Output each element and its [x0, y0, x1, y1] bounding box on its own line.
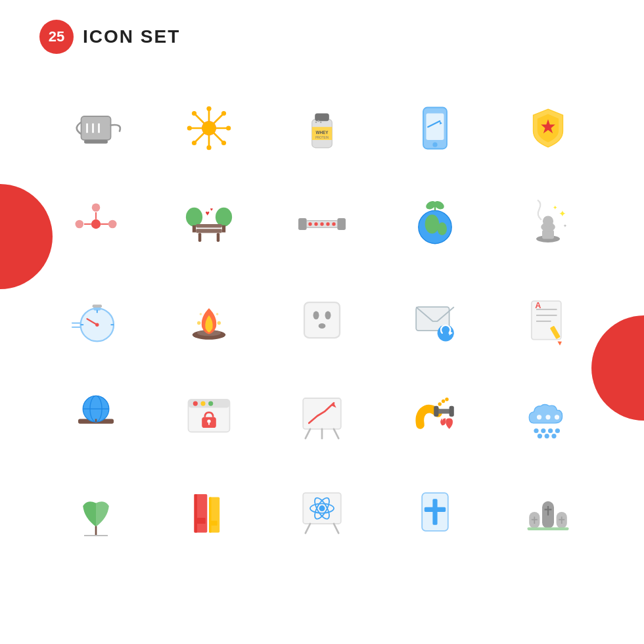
svg-point-130	[545, 415, 550, 419]
svg-rect-47	[222, 225, 225, 233]
svg-point-129	[537, 415, 541, 419]
svg-point-58	[314, 222, 317, 225]
svg-text:♥: ♥	[206, 209, 210, 217]
icons-grid: WHEY PROTEIN	[0, 74, 644, 566]
svg-point-90	[216, 313, 219, 315]
svg-point-61	[332, 222, 335, 225]
svg-point-18	[221, 111, 226, 116]
svg-point-112	[193, 402, 198, 406]
svg-point-12	[187, 126, 192, 130]
svg-rect-4	[84, 140, 108, 143]
svg-point-33	[432, 143, 437, 147]
growth-chart-icon	[265, 368, 379, 464]
svg-rect-45	[193, 225, 196, 233]
svg-text:✦: ✦	[563, 223, 567, 229]
svg-rect-156	[425, 507, 446, 512]
document-edit-icon: A	[492, 272, 605, 368]
stopwatch-speed-icon	[39, 272, 152, 368]
header-title: ICON SET	[83, 26, 180, 47]
cloud-apps-icon	[492, 368, 605, 464]
svg-text:A: A	[535, 301, 541, 310]
svg-point-10	[206, 145, 211, 150]
svg-text:♥: ♥	[210, 206, 213, 212]
svg-point-137	[545, 434, 549, 438]
charging-cable-icon	[265, 176, 379, 272]
svg-point-40	[92, 204, 101, 212]
svg-point-71	[543, 216, 553, 226]
svg-point-94	[319, 323, 326, 329]
fire-campfire-icon	[152, 272, 265, 368]
svg-line-119	[306, 429, 310, 438]
svg-point-93	[325, 311, 331, 320]
svg-rect-142	[195, 494, 198, 533]
svg-rect-77	[93, 305, 102, 308]
smartphone-icon	[379, 80, 492, 176]
battery-kettle-icon	[39, 80, 152, 176]
svg-rect-125	[449, 406, 454, 417]
svg-point-28	[315, 122, 317, 124]
svg-point-39	[108, 220, 117, 229]
eco-earth-icon	[379, 176, 492, 272]
svg-rect-55	[298, 218, 307, 230]
svg-point-126	[438, 402, 442, 405]
svg-line-21	[214, 133, 222, 141]
tombstone-icon	[492, 464, 605, 560]
svg-point-44	[186, 208, 202, 227]
svg-point-30	[320, 122, 322, 124]
svg-line-19	[196, 133, 204, 141]
svg-line-149	[334, 524, 338, 533]
svg-point-46	[216, 208, 232, 227]
world-book-icon	[39, 368, 152, 464]
virus-spread-icon	[152, 80, 265, 176]
svg-point-38	[76, 220, 84, 229]
svg-point-128	[445, 398, 448, 401]
svg-point-116	[207, 419, 210, 423]
svg-point-60	[326, 222, 329, 225]
svg-rect-144	[209, 497, 212, 533]
svg-rect-160	[528, 527, 569, 530]
svg-rect-124	[434, 406, 438, 417]
fitness-health-icon	[379, 368, 492, 464]
badge-number: 25	[39, 20, 74, 54]
svg-point-88	[218, 321, 221, 325]
atom-presentation-icon	[265, 464, 379, 560]
svg-rect-91	[304, 302, 340, 338]
svg-rect-51	[198, 233, 202, 242]
svg-point-59	[320, 222, 323, 225]
svg-point-135	[555, 428, 560, 433]
email-refresh-icon	[379, 272, 492, 368]
svg-point-89	[200, 313, 202, 315]
leaves-icon	[39, 464, 152, 560]
svg-point-131	[555, 415, 559, 419]
magic-genie-icon: ✦ ✦ ✦	[492, 176, 605, 272]
svg-text:✦: ✦	[553, 204, 558, 211]
svg-rect-52	[217, 233, 220, 242]
svg-point-64	[438, 222, 447, 235]
svg-point-14	[226, 126, 231, 130]
svg-rect-50	[196, 229, 222, 233]
svg-point-127	[442, 400, 445, 403]
svg-rect-0	[81, 116, 111, 140]
svg-point-63	[425, 215, 440, 234]
svg-point-20	[192, 141, 196, 145]
svg-point-87	[197, 321, 200, 325]
books-stack-icon	[152, 464, 265, 560]
svg-point-134	[548, 428, 553, 433]
svg-point-29	[317, 120, 319, 122]
svg-point-114	[208, 402, 213, 406]
park-bench-icon: ♥ ♥	[152, 176, 265, 272]
svg-rect-56	[337, 218, 346, 230]
svg-point-37	[91, 219, 101, 229]
header: 25 ICON SET	[0, 0, 644, 74]
svg-point-150	[319, 505, 325, 511]
svg-rect-146	[210, 521, 218, 526]
svg-line-148	[306, 524, 310, 533]
svg-point-22	[221, 141, 226, 145]
svg-text:✦: ✦	[559, 208, 566, 219]
svg-point-136	[538, 434, 542, 438]
svg-point-138	[551, 434, 556, 438]
power-socket-icon	[265, 272, 379, 368]
svg-line-15	[196, 115, 204, 124]
svg-text:PROTEIN: PROTEIN	[315, 136, 329, 139]
whey-protein-icon: WHEY PROTEIN	[265, 80, 379, 176]
